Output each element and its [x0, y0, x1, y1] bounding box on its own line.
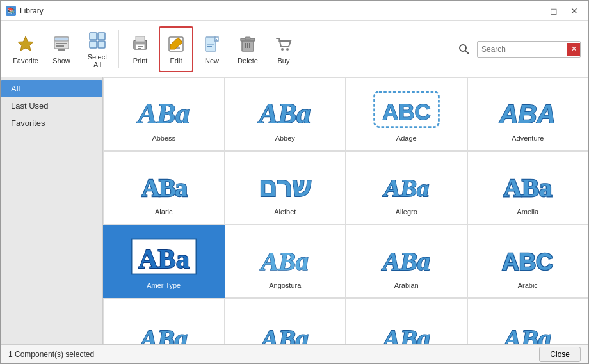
show-label: Show	[52, 57, 70, 65]
font-cell-abbey[interactable]: ABa Abbey	[225, 77, 346, 151]
content-area: ABa Abbess ABa Abbey	[103, 77, 588, 344]
sidebar-item-favorites[interactable]: Favorites	[1, 115, 102, 132]
svg-rect-19	[207, 46, 212, 47]
delete-icon	[238, 34, 258, 54]
font-preview-abbess: ABa	[129, 87, 199, 132]
font-name-alefbet: Alefbet	[274, 208, 296, 216]
search-input-wrap: ✕	[477, 41, 581, 58]
font-cell-amelia[interactable]: ABa Amelia	[467, 151, 589, 225]
font-preview-adventure: ABA	[492, 87, 563, 132]
window-controls: — ◻ ✕	[524, 3, 583, 19]
svg-rect-23	[245, 43, 246, 48]
select-all-button[interactable]: Select All	[80, 26, 115, 72]
close-button[interactable]: Close	[539, 347, 581, 362]
print-icon	[130, 34, 150, 54]
window-title: Library	[20, 6, 44, 15]
status-bar: 1 Component(s) selected Close	[1, 344, 588, 363]
buy-button[interactable]: Buy	[266, 26, 301, 72]
show-button[interactable]: Show	[44, 26, 79, 72]
delete-button[interactable]: Delete	[230, 26, 265, 72]
svg-text:ABa: ABa	[138, 244, 190, 274]
font-name-amer-type: Amer Type	[147, 281, 181, 289]
font-preview-allegro: ABa	[371, 161, 442, 205]
favorite-icon	[15, 34, 36, 54]
svg-rect-2	[54, 37, 69, 41]
svg-rect-11	[136, 36, 145, 42]
svg-text:ABa: ABa	[381, 247, 430, 276]
svg-rect-6	[90, 33, 97, 40]
font-preview-adage: ABC	[371, 87, 442, 132]
search-clear-button[interactable]: ✕	[567, 43, 580, 56]
svg-rect-25	[249, 43, 250, 48]
close-window-button[interactable]: ✕	[565, 3, 583, 19]
font-name-adventure: Adventure	[512, 134, 544, 142]
edit-icon	[166, 34, 186, 54]
font-cell-row4-4[interactable]: ABa	[467, 298, 589, 344]
svg-text:ABa: ABa	[136, 98, 190, 129]
font-name-arabian: Arabian	[394, 281, 419, 289]
search-area: ✕	[455, 40, 581, 58]
svg-line-29	[465, 51, 469, 54]
select-all-icon	[87, 30, 108, 51]
svg-rect-9	[98, 41, 105, 48]
font-cell-alefbet[interactable]: שרם Alefbet	[225, 151, 346, 225]
font-cell-amer-type[interactable]: ABa Amer Type	[103, 225, 225, 298]
maximize-button[interactable]: ◻	[545, 3, 563, 19]
font-cell-arabian[interactable]: ABa Arabian	[346, 225, 467, 298]
font-cell-row4-3[interactable]: ABa	[346, 298, 467, 344]
font-preview-row4-1: ABa	[129, 312, 199, 345]
font-cell-adventure[interactable]: ABA Adventure	[467, 77, 589, 151]
svg-text:ABA: ABA	[499, 99, 556, 129]
print-button[interactable]: Print	[123, 26, 157, 72]
svg-point-26	[281, 48, 284, 51]
font-name-allegro: Allegro	[396, 208, 417, 216]
main-area: All Last Used Favorites ABa Abbess	[1, 77, 588, 344]
title-bar-left: 📚 Library	[6, 6, 44, 16]
svg-rect-22	[245, 37, 250, 40]
svg-text:ABa: ABa	[503, 173, 552, 202]
font-preview-amelia: ABa	[492, 161, 563, 205]
svg-text:ABa: ABa	[259, 324, 309, 344]
minimize-button[interactable]: —	[524, 3, 542, 19]
svg-rect-3	[56, 43, 67, 44]
toolbar-sep-1	[118, 30, 119, 68]
search-input[interactable]	[478, 42, 567, 57]
svg-text:ABa: ABa	[502, 324, 551, 344]
sidebar: All Last Used Favorites	[1, 77, 103, 344]
font-cell-alaric[interactable]: ABa Alaric	[103, 151, 225, 225]
toolbar-sep-2	[305, 30, 305, 68]
font-cell-row4-1[interactable]: ABa	[103, 298, 225, 344]
sidebar-item-last-used[interactable]: Last Used	[1, 97, 102, 115]
font-preview-arabian: ABa	[371, 234, 442, 279]
font-preview-row4-2: ABa	[250, 312, 320, 345]
font-name-adage: Adage	[396, 134, 417, 142]
new-button[interactable]: New	[195, 26, 229, 72]
svg-text:ABa: ABa	[382, 175, 429, 202]
favorite-button[interactable]: Favorite	[8, 26, 43, 72]
font-cell-row4-2[interactable]: ABa	[225, 298, 346, 344]
font-cell-arabic[interactable]: ABC Arabic	[467, 225, 589, 298]
svg-rect-24	[247, 43, 248, 48]
svg-rect-14	[138, 48, 141, 49]
print-label: Print	[133, 57, 148, 65]
svg-rect-7	[98, 33, 105, 40]
font-preview-angostura: ABa	[250, 234, 320, 279]
edit-button[interactable]: Edit	[159, 26, 193, 72]
font-name-abbey: Abbey	[275, 134, 295, 142]
app-icon: 📚	[6, 6, 16, 16]
select-all-label: Select All	[83, 53, 111, 68]
font-cell-allegro[interactable]: ABa Allegro	[346, 151, 467, 225]
buy-icon	[273, 34, 294, 54]
font-cell-abbess[interactable]: ABa Abbess	[103, 77, 225, 151]
font-cell-angostura[interactable]: ABa Angostura	[225, 225, 346, 298]
svg-text:ABa: ABa	[259, 247, 309, 276]
svg-rect-5	[58, 49, 65, 51]
font-preview-alefbet: שרם	[250, 161, 320, 205]
font-cell-adage[interactable]: ABC Adage	[346, 77, 467, 151]
svg-text:ABa: ABa	[138, 324, 188, 344]
svg-marker-0	[18, 36, 33, 51]
search-icon-button[interactable]	[455, 40, 473, 58]
buy-label: Buy	[278, 57, 290, 65]
svg-rect-4	[56, 45, 64, 47]
sidebar-item-all[interactable]: All	[1, 80, 102, 97]
